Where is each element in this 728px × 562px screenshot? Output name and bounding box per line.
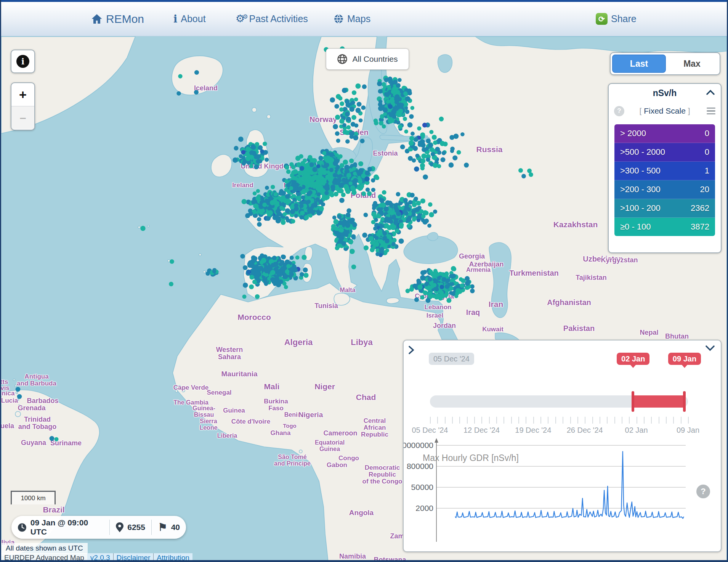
station-dot[interactable] [371, 178, 375, 182]
station-dot[interactable] [423, 174, 428, 180]
station-dot[interactable] [404, 202, 409, 207]
station-dot[interactable] [450, 282, 454, 286]
station-dot[interactable] [260, 149, 264, 154]
station-dot[interactable] [282, 275, 287, 279]
station-dot[interactable] [306, 200, 311, 204]
station-dot[interactable] [285, 270, 290, 274]
station-dot[interactable] [390, 118, 395, 123]
station-dot[interactable] [426, 157, 430, 162]
station-dot[interactable] [323, 156, 327, 160]
station-dot[interactable] [286, 199, 291, 204]
station-dot[interactable] [373, 201, 377, 205]
station-dot[interactable] [334, 226, 339, 231]
station-dot[interactable] [309, 207, 313, 211]
station-dot[interactable] [206, 271, 210, 276]
station-dot[interactable] [178, 74, 182, 78]
station-dot[interactable] [330, 97, 335, 103]
station-dot[interactable] [245, 156, 251, 161]
station-dot[interactable] [410, 193, 415, 198]
station-dot[interactable] [316, 178, 320, 183]
station-dot[interactable] [242, 295, 247, 299]
station-dot[interactable] [393, 206, 398, 210]
station-dot[interactable] [340, 101, 344, 106]
station-dot[interactable] [452, 156, 457, 161]
station-dot[interactable] [312, 203, 316, 207]
station-dot[interactable] [300, 272, 304, 277]
station-dot[interactable] [340, 163, 344, 168]
station-dot[interactable] [398, 112, 402, 116]
station-dot[interactable] [403, 198, 408, 202]
station-dot[interactable] [364, 177, 370, 182]
station-dot[interactable] [455, 291, 459, 295]
station-dot[interactable] [334, 192, 338, 197]
station-dot[interactable] [362, 84, 367, 89]
station-dot[interactable] [443, 141, 448, 146]
station-dot[interactable] [388, 77, 393, 82]
station-dot[interactable] [352, 90, 356, 95]
station-dot[interactable] [265, 157, 269, 162]
station-dot[interactable] [272, 256, 277, 260]
station-dot[interactable] [276, 218, 281, 223]
station-dot[interactable] [378, 89, 383, 93]
station-dot[interactable] [243, 265, 248, 270]
station-dot[interactable] [339, 189, 344, 194]
station-dot[interactable] [326, 152, 330, 156]
station-dot[interactable] [301, 195, 305, 199]
station-dot[interactable] [343, 184, 349, 189]
status-datetime[interactable]: 09 Jan @ 09:00 UTC [11, 520, 109, 534]
station-dot[interactable] [452, 267, 457, 271]
station-dot[interactable] [429, 212, 434, 217]
station-dot[interactable] [140, 226, 145, 231]
station-dot[interactable] [339, 108, 343, 112]
station-dot[interactable] [325, 163, 329, 167]
station-dot[interactable] [421, 214, 426, 218]
station-dot[interactable] [432, 135, 437, 140]
station-dot[interactable] [252, 151, 256, 155]
station-dot[interactable] [342, 123, 346, 127]
station-dot[interactable] [349, 181, 353, 186]
station-dot[interactable] [378, 229, 382, 233]
station-dot[interactable] [319, 206, 324, 211]
station-dot[interactable] [251, 200, 255, 204]
station-dot[interactable] [373, 226, 377, 231]
station-dot[interactable] [362, 233, 367, 238]
station-dot[interactable] [333, 124, 338, 129]
station-dot[interactable] [253, 191, 257, 196]
station-dot[interactable] [422, 219, 428, 225]
station-dot[interactable] [375, 252, 380, 256]
station-dot[interactable] [420, 132, 425, 137]
station-dot[interactable] [295, 156, 301, 161]
station-dot[interactable] [371, 188, 375, 192]
station-dot[interactable] [371, 212, 377, 217]
station-dot[interactable] [378, 100, 382, 103]
station-dot[interactable] [398, 124, 402, 129]
station-dot[interactable] [428, 270, 433, 274]
station-dot[interactable] [412, 158, 416, 162]
station-dot[interactable] [316, 164, 321, 169]
station-dot[interactable] [353, 135, 358, 141]
station-dot[interactable] [464, 163, 469, 168]
station-dot[interactable] [359, 118, 363, 122]
station-dot[interactable] [400, 145, 405, 149]
station-dot[interactable] [396, 211, 401, 216]
station-dot[interactable] [433, 269, 438, 273]
legend-row[interactable]: >100 - 2002362 [614, 199, 715, 218]
station-dot[interactable] [439, 285, 444, 289]
all-countries-button[interactable]: All Countries [326, 48, 409, 70]
station-dot[interactable] [354, 97, 358, 101]
station-dot[interactable] [249, 284, 254, 289]
station-dot[interactable] [346, 125, 351, 129]
station-dot[interactable] [351, 190, 356, 195]
station-dot[interactable] [349, 159, 354, 163]
station-dot[interactable] [337, 243, 342, 248]
station-dot[interactable] [437, 276, 441, 280]
legend-row[interactable]: > 20000 [614, 124, 715, 143]
station-dot[interactable] [396, 83, 401, 88]
station-dot[interactable] [365, 170, 370, 175]
station-dot[interactable] [366, 188, 370, 192]
station-dot[interactable] [254, 155, 258, 159]
station-dot[interactable] [274, 275, 279, 279]
station-dot[interactable] [420, 163, 425, 168]
station-dot[interactable] [407, 224, 411, 228]
station-dot[interactable] [308, 190, 313, 195]
